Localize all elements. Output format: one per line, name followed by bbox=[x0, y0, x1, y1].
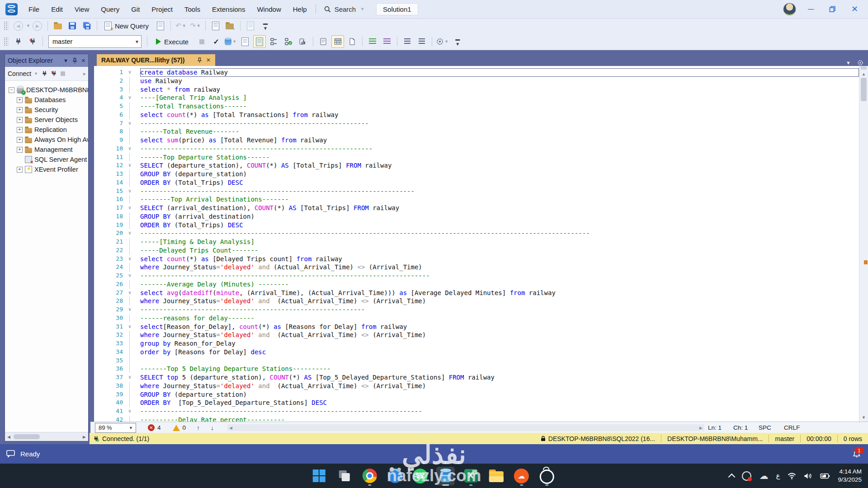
toolbar2-overflow-button[interactable]: ▬▼ bbox=[451, 35, 463, 48]
fold-collapse-icon[interactable]: ∨ bbox=[123, 323, 137, 331]
execute-button[interactable]: Execute bbox=[151, 35, 193, 48]
fold-collapse-icon[interactable]: ∨ bbox=[123, 119, 137, 128]
screen-record-icon[interactable] bbox=[742, 471, 751, 481]
warning-count[interactable]: 0 bbox=[183, 424, 186, 431]
expand-icon[interactable]: + bbox=[17, 167, 23, 173]
save-button[interactable] bbox=[66, 19, 79, 32]
prev-item-icon[interactable]: ↑ bbox=[197, 424, 200, 432]
solution-name[interactable]: Solution1 bbox=[376, 3, 418, 15]
onedrive-icon[interactable]: ☁ bbox=[759, 471, 768, 480]
fold-collapse-icon[interactable]: ∨ bbox=[123, 255, 137, 263]
error-marker[interactable] bbox=[864, 260, 868, 264]
open-query-button[interactable] bbox=[154, 19, 167, 32]
expand-icon[interactable]: + bbox=[17, 117, 23, 123]
code-text[interactable]: where Journey_Status='delayed' and (Actu… bbox=[140, 263, 859, 272]
code-line-31[interactable]: 31∨select[Reason_for_Delay], count(*) as… bbox=[94, 323, 859, 331]
fold-collapse-icon[interactable]: ∨ bbox=[123, 68, 137, 77]
code-line-23[interactable]: 23∨select count(*) as [Delayed Trips cou… bbox=[94, 255, 859, 263]
menu-tools[interactable]: Tools bbox=[179, 0, 206, 18]
tab-close-icon[interactable]: ✕ bbox=[206, 57, 211, 63]
code-text[interactable]: SELECT top 5 (departure_station), COUNT(… bbox=[140, 373, 859, 382]
code-line-33[interactable]: 33group by Reason_for_Delay bbox=[94, 339, 859, 348]
code-line-7[interactable]: 7∨--------------------------------------… bbox=[94, 119, 859, 128]
zoom-selector[interactable]: 89 %▼ bbox=[95, 423, 136, 433]
splitter-handle[interactable] bbox=[861, 66, 867, 70]
fold-collapse-icon[interactable]: ∨ bbox=[123, 407, 137, 416]
expand-icon[interactable]: + bbox=[17, 127, 23, 133]
code-text[interactable] bbox=[140, 357, 859, 365]
code-line-28[interactable]: 28where Journey_Status='delayed' and (Ac… bbox=[94, 297, 859, 305]
toolbar-grip[interactable] bbox=[4, 21, 8, 30]
editor-horizontal-scrollbar[interactable]: ◀ ▶ bbox=[227, 424, 704, 431]
tree-item-databases[interactable]: +Databases bbox=[5, 95, 88, 105]
code-line-13[interactable]: 13GROUP BY (departure_station) bbox=[94, 170, 859, 178]
menu-edit[interactable]: Edit bbox=[45, 0, 69, 18]
server-cell[interactable]: DESKTOP-M6BRBN8\SQL2022 (16... bbox=[535, 435, 661, 443]
user-avatar[interactable] bbox=[783, 3, 796, 16]
tab-pin-icon[interactable] bbox=[197, 57, 202, 63]
code-text[interactable]: SELECT (departure_station), COUNT(*) AS … bbox=[140, 161, 859, 170]
fold-collapse-icon[interactable]: ∨ bbox=[123, 145, 137, 153]
panel-chevron-down-icon[interactable]: ▼ bbox=[63, 58, 68, 63]
tree-item-replication[interactable]: +Replication bbox=[5, 125, 88, 135]
parse-button[interactable]: ✓ bbox=[210, 35, 222, 48]
oe-overflow-chevrons-icon[interactable]: » bbox=[83, 71, 85, 76]
activity-monitor-button[interactable] bbox=[209, 19, 222, 32]
folder-search-button[interactable] bbox=[224, 19, 236, 32]
oe-scroll-left-icon[interactable]: ◀ bbox=[5, 432, 13, 441]
menu-file[interactable]: File bbox=[23, 0, 45, 18]
search-control[interactable]: Search ▼ bbox=[319, 5, 370, 13]
code-text[interactable]: ------reasons for delay------- bbox=[140, 314, 859, 323]
intellisense-toggle-button[interactable] bbox=[253, 35, 266, 48]
fold-collapse-icon[interactable]: ∨ bbox=[123, 161, 137, 170]
notifications-button[interactable]: 1 bbox=[853, 450, 861, 458]
code-line-27[interactable]: 27∨select avg(datediff(minute, (Arrival_… bbox=[94, 289, 859, 297]
code-line-36[interactable]: 36-------Top 5 Delaying Departure Statio… bbox=[94, 365, 859, 373]
connect-button[interactable]: Connect▼ bbox=[8, 70, 38, 77]
uncomment-button[interactable] bbox=[381, 35, 393, 48]
window-layout-button[interactable] bbox=[244, 19, 257, 32]
fold-collapse-icon[interactable]: ∨ bbox=[123, 272, 137, 280]
new-query-button[interactable]: New Query bbox=[101, 19, 152, 32]
code-text[interactable]: select * from railway bbox=[140, 85, 859, 94]
taskbar-clock[interactable]: 4:14 AM 9/3/2025 bbox=[838, 468, 862, 484]
menu-extensions[interactable]: Extensions bbox=[206, 0, 251, 18]
tray-chevron-up-icon[interactable] bbox=[728, 473, 736, 480]
tree-item-server-objects[interactable]: +Server Objects bbox=[5, 115, 88, 125]
code-line-5[interactable]: 5----Total Transactions------ bbox=[94, 102, 859, 111]
code-line-24[interactable]: 24where Journey_Status='delayed' and (Ac… bbox=[94, 263, 859, 272]
hscroll-right-icon[interactable]: ▶ bbox=[699, 426, 703, 430]
client-statistics-button[interactable] bbox=[297, 35, 309, 48]
code-line-20[interactable]: 20∨-------------------------------------… bbox=[94, 229, 859, 238]
menu-project[interactable]: Project bbox=[146, 0, 179, 18]
ring-app-button[interactable] bbox=[538, 467, 556, 485]
code-line-38[interactable]: 38where Journey_Status='delayed' and (Ac… bbox=[94, 382, 859, 390]
tree-item-xevent-profiler[interactable]: +XEvent Profiler bbox=[5, 164, 88, 174]
language-indicator[interactable]: ع bbox=[776, 472, 780, 480]
fold-collapse-icon[interactable]: ∨ bbox=[123, 94, 137, 102]
code-line-40[interactable]: 40ORDER BY [Top_5_Delayed_Departure_Stat… bbox=[94, 399, 859, 407]
code-line-37[interactable]: 37∨SELECT top 5 (departure_station), COU… bbox=[94, 373, 859, 382]
tabstrip-gear-icon[interactable] bbox=[857, 60, 863, 66]
code-text[interactable]: select count(*) as [Total Transactions] … bbox=[140, 111, 859, 119]
cancel-query-button[interactable] bbox=[195, 35, 208, 48]
include-actual-plan-button[interactable] bbox=[282, 35, 295, 48]
code-text[interactable]: select sum(price) as [Total Revenue] fro… bbox=[140, 136, 859, 145]
code-text[interactable]: ----------------------------------------… bbox=[140, 272, 859, 280]
disconnect-icon[interactable] bbox=[26, 35, 39, 48]
editor-vertical-scrollbar[interactable]: ▲ ▼ bbox=[859, 66, 868, 422]
code-text[interactable]: GROUP BY (departure_station) bbox=[140, 170, 859, 178]
code-line-35[interactable]: 35 bbox=[94, 357, 859, 365]
code-text[interactable]: select avg(datediff(minute, (Arrival_Tim… bbox=[140, 289, 859, 297]
redo-button[interactable]: ↷▼ bbox=[189, 19, 202, 32]
code-editor[interactable]: 1∨create database Railway2use Railway3se… bbox=[94, 66, 868, 422]
back-chevron-down-icon[interactable]: ▼ bbox=[26, 23, 30, 28]
code-line-21[interactable]: 21-----[Timing & Delay Analysis] bbox=[94, 238, 859, 246]
tree-item-management[interactable]: +Management bbox=[5, 145, 88, 155]
scroll-down-icon[interactable]: ▼ bbox=[859, 414, 868, 421]
code-line-1[interactable]: 1∨create database Railway bbox=[94, 68, 859, 77]
code-text[interactable]: ----------------------------------------… bbox=[140, 229, 859, 238]
file-explorer-button[interactable] bbox=[487, 467, 505, 485]
code-text[interactable]: ----------------------------------------… bbox=[140, 119, 859, 128]
code-line-14[interactable]: 14ORDER BY (Total_Trips) DESC bbox=[94, 178, 859, 187]
